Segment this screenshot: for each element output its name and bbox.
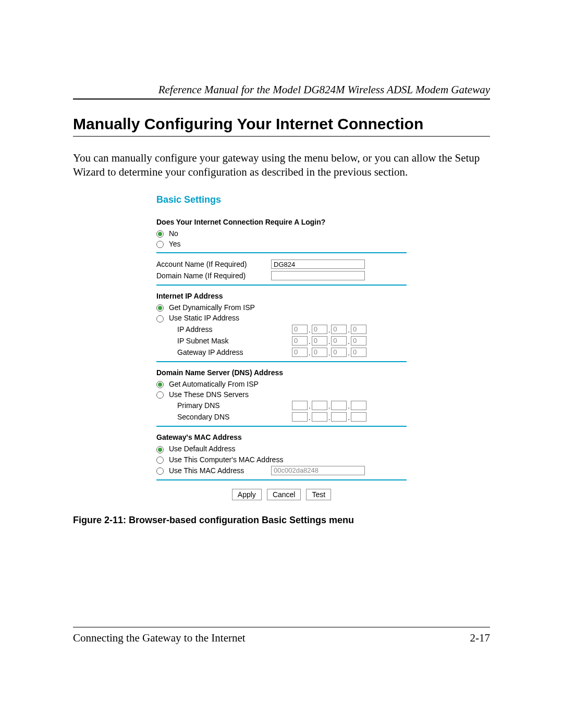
- cancel-button[interactable]: Cancel: [267, 489, 301, 500]
- gw-octet[interactable]: [331, 348, 347, 357]
- dns-auto-option[interactable]: Get Automatically From ISP: [156, 380, 259, 388]
- account-name-label: Account Name (If Required): [156, 260, 271, 268]
- login-no-option[interactable]: No: [156, 229, 178, 238]
- footer-rule: [73, 627, 490, 627]
- secondary-dns-octet[interactable]: [351, 412, 366, 422]
- ip-static-label: Use Static IP Address: [169, 314, 239, 322]
- subnet-octet[interactable]: [292, 336, 308, 346]
- panel-title: Basic Settings: [156, 194, 407, 205]
- secondary-dns-octet[interactable]: [312, 412, 327, 422]
- ip-address-label: IP Address: [156, 325, 292, 334]
- figure-caption: Figure 2-11: Browser-based configuration…: [73, 515, 490, 526]
- secondary-dns-octet[interactable]: [292, 412, 308, 422]
- radio-icon: [156, 456, 164, 464]
- radio-icon: [156, 381, 164, 388]
- gw-label: Gateway IP Address: [156, 348, 292, 356]
- login-yes-option[interactable]: Yes: [156, 240, 180, 248]
- ip-octet[interactable]: [292, 325, 308, 334]
- radio-icon: [156, 446, 164, 453]
- domain-name-input[interactable]: [271, 271, 365, 280]
- subnet-label: IP Subnet Mask: [156, 337, 292, 345]
- login-yes-label: Yes: [169, 240, 181, 248]
- apply-button[interactable]: Apply: [232, 489, 262, 500]
- basic-settings-panel: Basic Settings Does Your Internet Connec…: [156, 194, 407, 500]
- ip-static-option[interactable]: Use Static IP Address: [156, 314, 239, 322]
- mac-this-option[interactable]: Use This MAC Address: [156, 466, 271, 475]
- divider: [156, 426, 407, 427]
- ip-dynamic-label: Get Dynamically From ISP: [169, 303, 255, 312]
- mac-heading: Gateway's MAC Address: [156, 433, 407, 441]
- radio-icon: [156, 304, 164, 312]
- primary-dns-octet[interactable]: [331, 401, 347, 410]
- radio-icon: [156, 467, 164, 475]
- mac-computer-option[interactable]: Use This Computer's MAC Address: [156, 455, 283, 464]
- gw-octet[interactable]: [292, 348, 308, 357]
- subnet-octet[interactable]: [331, 336, 347, 346]
- divider: [156, 479, 407, 480]
- domain-name-label: Domain Name (If Required): [156, 272, 271, 280]
- subnet-octet[interactable]: [351, 336, 366, 346]
- primary-dns-octet[interactable]: [312, 401, 327, 410]
- ip-octet[interactable]: [331, 325, 347, 334]
- radio-icon: [156, 315, 164, 323]
- gw-octet[interactable]: [351, 348, 366, 357]
- mac-computer-label: Use This Computer's MAC Address: [169, 455, 284, 464]
- section-heading: Manually Configuring Your Internet Conne…: [73, 115, 490, 133]
- dns-heading: Domain Name Server (DNS) Address: [156, 368, 407, 377]
- ip-octet[interactable]: [312, 325, 327, 334]
- radio-icon: [156, 230, 164, 238]
- primary-dns-label: Primary DNS: [156, 401, 292, 410]
- divider: [156, 361, 407, 362]
- header-rule: [73, 98, 490, 100]
- footer-page: 2-17: [470, 632, 491, 645]
- primary-dns-octet[interactable]: [351, 401, 366, 410]
- footer-chapter: Connecting the Gateway to the Internet: [73, 632, 246, 645]
- radio-icon: [156, 391, 164, 399]
- test-button[interactable]: Test: [306, 489, 331, 500]
- ip-dynamic-option[interactable]: Get Dynamically From ISP: [156, 303, 255, 312]
- ip-heading: Internet IP Address: [156, 292, 407, 300]
- mac-address-input[interactable]: [271, 466, 365, 475]
- primary-dns-octet[interactable]: [292, 401, 308, 410]
- heading-rule: [73, 136, 490, 137]
- mac-default-option[interactable]: Use Default Address: [156, 445, 236, 453]
- ip-octet[interactable]: [351, 325, 366, 334]
- intro-paragraph: You can manually configure your gateway …: [73, 151, 490, 180]
- divider: [156, 252, 407, 253]
- dns-auto-label: Get Automatically From ISP: [169, 380, 259, 388]
- divider: [156, 285, 407, 286]
- mac-this-label: Use This MAC Address: [169, 466, 244, 475]
- header-reference: Reference Manual for the Model DG824M Wi…: [73, 83, 490, 96]
- mac-default-label: Use Default Address: [169, 445, 236, 453]
- secondary-dns-label: Secondary DNS: [156, 413, 292, 421]
- radio-icon: [156, 241, 164, 248]
- login-question: Does Your Internet Connection Require A …: [156, 218, 407, 226]
- gw-octet[interactable]: [312, 348, 327, 357]
- login-no-label: No: [169, 229, 178, 238]
- account-name-input[interactable]: [271, 260, 365, 269]
- secondary-dns-octet[interactable]: [331, 412, 347, 422]
- subnet-octet[interactable]: [312, 336, 327, 346]
- dns-manual-label: Use These DNS Servers: [169, 390, 249, 399]
- dns-manual-option[interactable]: Use These DNS Servers: [156, 390, 249, 399]
